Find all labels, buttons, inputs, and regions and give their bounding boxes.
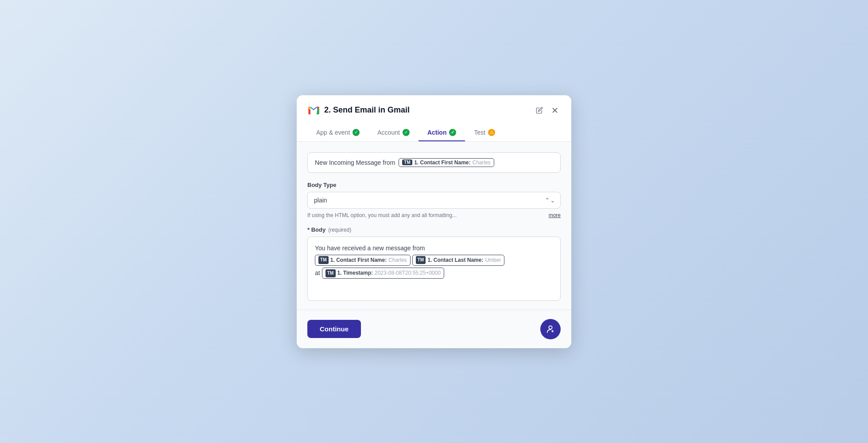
tab-app-event[interactable]: App & event ✓ bbox=[307, 124, 368, 141]
body-field-label: * Body (required) bbox=[307, 226, 561, 233]
modal-header: 2. Send Email in Gmail App & event ✓ Acc… bbox=[297, 95, 571, 142]
modal: 2. Send Email in Gmail App & event ✓ Acc… bbox=[297, 95, 571, 348]
subject-tag-tm: TM bbox=[402, 159, 412, 165]
body-line-3: at TM 1. Timestamp: 2023-08-08T20:55:25+… bbox=[315, 268, 553, 279]
svg-point-2 bbox=[549, 326, 552, 329]
subject-prefix: New Incoming Message from bbox=[315, 159, 395, 166]
gmail-icon bbox=[307, 104, 320, 117]
body-type-hint-text: If using the HTML option, you must add a… bbox=[307, 212, 457, 218]
body-tag1: TM 1. Contact First Name: Charles bbox=[315, 255, 411, 266]
body-text-prefix: You have received a new message from bbox=[315, 243, 425, 253]
body-type-hint-more[interactable]: more bbox=[549, 212, 561, 218]
modal-title-actions bbox=[534, 105, 561, 116]
body-tag2-tm: TM bbox=[416, 256, 426, 264]
close-button[interactable] bbox=[549, 105, 561, 116]
continue-button[interactable]: Continue bbox=[307, 320, 361, 338]
modal-footer: Continue bbox=[297, 310, 571, 348]
body-label: * Body bbox=[307, 226, 326, 233]
body-tag3-value: 2023-08-08T20:55:25+0000 bbox=[375, 269, 441, 277]
tab-test-warn: ⚠ bbox=[488, 129, 495, 136]
body-tag2-label: 1. Contact Last Name: bbox=[427, 256, 483, 264]
tab-account-label: Account bbox=[377, 129, 400, 136]
modal-body: New Incoming Message from TM 1. Contact … bbox=[297, 142, 571, 301]
body-tag3: TM 1. Timestamp: 2023-08-08T20:55:25+000… bbox=[322, 268, 444, 279]
tab-test[interactable]: Test ⚠ bbox=[465, 124, 504, 141]
body-type-hint: If using the HTML option, you must add a… bbox=[307, 212, 561, 218]
subject-tag-value: Charles bbox=[473, 159, 491, 166]
modal-title-row: 2. Send Email in Gmail bbox=[307, 104, 561, 117]
body-required: (required) bbox=[328, 227, 351, 233]
body-tag1-value: Charles bbox=[388, 256, 407, 264]
body-type-select[interactable]: plain html bbox=[307, 192, 561, 209]
body-type-label: Body Type bbox=[307, 182, 561, 188]
pencil-icon bbox=[536, 107, 543, 114]
body-tag1-tm: TM bbox=[318, 256, 329, 264]
body-tag2-value: Umber bbox=[485, 256, 501, 264]
tabs: App & event ✓ Account ✓ Action ✓ Test ⚠ bbox=[307, 124, 561, 141]
close-icon bbox=[551, 106, 559, 114]
subject-field[interactable]: New Incoming Message from TM 1. Contact … bbox=[307, 152, 561, 173]
tab-test-label: Test bbox=[474, 129, 485, 136]
tab-action-check: ✓ bbox=[449, 129, 456, 136]
tab-app-event-check: ✓ bbox=[353, 129, 360, 136]
body-tag3-label: 1. Timestamp: bbox=[337, 269, 373, 277]
tab-action[interactable]: Action ✓ bbox=[418, 124, 465, 141]
body-line-1: You have received a new message from bbox=[315, 243, 553, 253]
edit-button[interactable] bbox=[534, 105, 545, 116]
tab-account-check: ✓ bbox=[403, 129, 410, 136]
body-type-select-wrapper: plain html ⌃⌄ bbox=[307, 192, 561, 209]
tab-app-event-label: App & event bbox=[316, 129, 350, 136]
body-at-text: at bbox=[315, 268, 320, 278]
body-tag2: TM 1. Contact Last Name: Umber bbox=[412, 255, 505, 266]
body-textarea[interactable]: You have received a new message from TM … bbox=[307, 237, 561, 301]
subject-tag-label: 1. Contact First Name: bbox=[414, 159, 470, 166]
tab-account[interactable]: Account ✓ bbox=[368, 124, 418, 141]
subject-tag: TM 1. Contact First Name: Charles bbox=[399, 158, 494, 167]
modal-title-left: 2. Send Email in Gmail bbox=[307, 104, 410, 117]
body-tag1-label: 1. Contact First Name: bbox=[330, 256, 387, 264]
body-tag3-tm: TM bbox=[326, 269, 336, 277]
user-icon bbox=[546, 324, 555, 334]
tab-action-label: Action bbox=[427, 129, 447, 136]
body-line-2: TM 1. Contact First Name: Charles TM 1. … bbox=[315, 255, 553, 266]
modal-title: 2. Send Email in Gmail bbox=[324, 105, 410, 115]
user-avatar-button[interactable] bbox=[540, 319, 561, 339]
